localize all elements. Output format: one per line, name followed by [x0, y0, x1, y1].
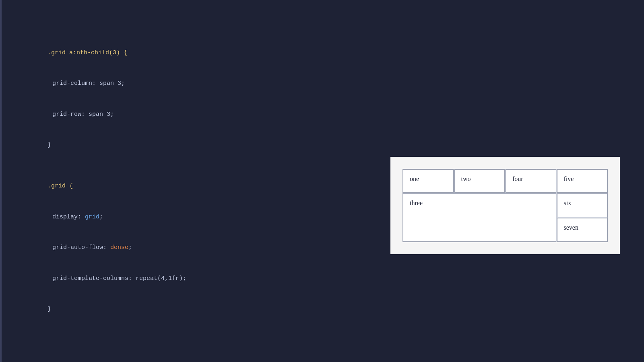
code-val-dense: dense	[110, 244, 128, 251]
code-semi-1: ;	[99, 214, 103, 220]
demo-panel: one two three four five six seven	[390, 157, 620, 254]
code-prop-autoflow: grid-auto-flow:	[52, 244, 110, 251]
code-blank-1	[26, 160, 186, 171]
code-line-grid-row: grid-row: span 3;	[31, 99, 186, 130]
code-val-repeat: repeat(4,1fr);	[136, 275, 186, 282]
grid-item-six: six	[557, 193, 608, 217]
item-five-label: five	[564, 175, 574, 183]
code-line-display: display: grid;	[31, 202, 186, 232]
grid-item-four: four	[506, 169, 556, 193]
code-line-template-cols: grid-template-columns: repeat(4,1fr);	[31, 263, 186, 294]
grid-item-one: one	[403, 169, 454, 193]
code-close-2: }	[26, 294, 186, 325]
item-six-label: six	[564, 200, 572, 207]
code-prop-template-cols: grid-template-columns:	[52, 275, 136, 282]
grid-item-five: five	[557, 169, 608, 193]
code-prop-grid-row: grid-row:	[52, 111, 89, 118]
code-line-autoflow: grid-auto-flow: dense;	[31, 232, 186, 263]
code-brace-2: }	[47, 306, 51, 313]
code-semi-2: ;	[128, 244, 132, 251]
code-line-grid-column: grid-column: span 3;	[31, 68, 186, 99]
grid-item-two: two	[454, 169, 505, 193]
grid-item-seven: seven	[557, 218, 608, 242]
item-four-label: four	[512, 175, 523, 183]
code-prop-display: display:	[52, 214, 85, 220]
item-one-label: one	[410, 175, 419, 183]
grid-item-three: three	[403, 193, 556, 242]
code-panel: .grid a:nth-child(3) { grid-column: span…	[26, 37, 186, 325]
grid-demo: one two three four five six seven	[402, 169, 608, 242]
item-three-label: three	[410, 200, 423, 207]
code-brace-1: }	[47, 142, 51, 148]
code-val-span3: span 3;	[99, 80, 125, 87]
code-prop-grid-column: grid-column:	[52, 80, 99, 87]
code-selector-2: .grid {	[26, 171, 186, 202]
code-val-grid: grid	[85, 214, 99, 220]
main-content: .grid a:nth-child(3) { grid-column: span…	[2, 0, 644, 362]
code-val-span3-row: span 3;	[89, 111, 114, 118]
item-seven-label: seven	[564, 224, 578, 231]
code-selector-1: .grid a:nth-child(3) {	[26, 37, 186, 68]
code-close-1: }	[26, 130, 186, 161]
item-two-label: two	[461, 175, 471, 183]
code-selector-text-1: .grid a:nth-child(3) {	[47, 49, 127, 56]
code-selector-text-2: .grid {	[47, 183, 73, 189]
